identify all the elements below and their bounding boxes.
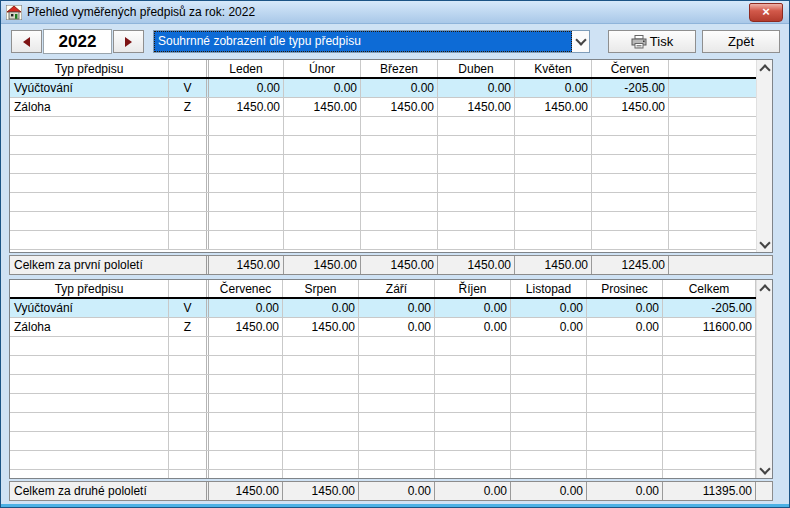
- cell-value: [434, 451, 510, 469]
- cell-type: [10, 136, 168, 154]
- cell-value: [514, 136, 591, 154]
- next-year-button[interactable]: [113, 30, 144, 53]
- cell-value: 1450.00: [514, 98, 591, 116]
- cell-value: [434, 470, 510, 478]
- chevron-up-icon: [759, 64, 770, 75]
- cell-filler: [668, 98, 756, 116]
- back-button[interactable]: Zpět: [702, 30, 780, 53]
- cell-value: [591, 136, 668, 154]
- cell-code: [168, 451, 206, 469]
- scroll-up-button[interactable]: [757, 280, 772, 296]
- cell-code: Z: [168, 98, 206, 116]
- cell-value: 0.00: [510, 299, 586, 317]
- cell-value: [358, 394, 434, 412]
- column-header-month: Leden: [206, 60, 283, 77]
- table-row[interactable]: [10, 231, 756, 250]
- column-header-type: Typ předpisu: [10, 60, 168, 77]
- cell-value: [514, 193, 591, 211]
- cell-value: [360, 174, 437, 192]
- column-header-month: Říjen: [434, 280, 510, 297]
- cell-type: [10, 117, 168, 135]
- table-row[interactable]: ZálohaZ1450.001450.000.000.000.000.00116…: [10, 318, 756, 337]
- table-header-row: Typ předpisuLedenÚnorBřezenDubenKvětenČe…: [10, 60, 756, 79]
- cell-value: [358, 470, 434, 478]
- cell-code: [168, 356, 206, 374]
- year-display: 2022: [43, 29, 112, 54]
- table-row[interactable]: [10, 394, 756, 413]
- cell-value: [283, 174, 360, 192]
- footer-value: 1245.00: [591, 256, 668, 274]
- cell-value: [437, 155, 514, 173]
- cell-value: [283, 212, 360, 230]
- cell-value: [358, 375, 434, 393]
- dropdown-arrow-button[interactable]: [572, 31, 589, 52]
- first-half-grid: Typ předpisuLedenÚnorBřezenDubenKvětenČe…: [10, 60, 756, 252]
- scroll-down-button[interactable]: [757, 462, 772, 478]
- cell-value: -205.00: [591, 79, 668, 97]
- table-row[interactable]: VyúčtováníV0.000.000.000.000.000.00-205.…: [10, 299, 756, 318]
- column-header-month: Červen: [591, 60, 668, 77]
- cell-value: [437, 117, 514, 135]
- scroll-down-button[interactable]: [757, 236, 772, 252]
- cell-type: [10, 212, 168, 230]
- cell-code: [168, 136, 206, 154]
- table-row[interactable]: [10, 155, 756, 174]
- cell-code: [168, 470, 206, 478]
- cell-filler: [668, 212, 756, 230]
- table-row[interactable]: [10, 432, 756, 451]
- cell-value: [206, 375, 282, 393]
- cell-value: [586, 394, 662, 412]
- cell-value: [358, 413, 434, 431]
- cell-value: [283, 155, 360, 173]
- table-row[interactable]: [10, 451, 756, 470]
- footer-value: 1450.00: [206, 256, 283, 274]
- cell-value: [358, 337, 434, 355]
- close-button[interactable]: ×: [749, 3, 783, 22]
- table-row[interactable]: VyúčtováníV0.000.000.000.000.00-205.00: [10, 79, 756, 98]
- table-row[interactable]: [10, 470, 756, 478]
- view-type-dropdown[interactable]: Souhrnné zobrazení dle typu předpisu: [153, 30, 590, 53]
- cell-value: [360, 155, 437, 173]
- cell-value: [358, 451, 434, 469]
- footer-label: Celkem za první pololetí: [10, 256, 206, 274]
- cell-value: [514, 155, 591, 173]
- cell-value: [591, 117, 668, 135]
- cell-filler: [668, 193, 756, 211]
- table-row[interactable]: [10, 174, 756, 193]
- cell-code: Z: [168, 318, 206, 336]
- table-row[interactable]: [10, 212, 756, 231]
- table-row[interactable]: [10, 337, 756, 356]
- cell-code: [168, 375, 206, 393]
- cell-filler: [668, 155, 756, 173]
- print-button[interactable]: Tisk: [608, 30, 696, 53]
- cell-value: 1450.00: [360, 98, 437, 116]
- table-row[interactable]: [10, 193, 756, 212]
- cell-value: [510, 451, 586, 469]
- cell-value: [662, 356, 755, 374]
- column-header-month: Srpen: [282, 280, 358, 297]
- cell-value: 1450.00: [206, 98, 283, 116]
- table-row[interactable]: [10, 375, 756, 394]
- table-row[interactable]: [10, 413, 756, 432]
- app-window: Přehled vyměřených předpisů za rok: 2022…: [0, 0, 790, 508]
- table-row[interactable]: [10, 356, 756, 375]
- cell-type: [10, 375, 168, 393]
- chevron-down-icon: [575, 34, 586, 45]
- vertical-scrollbar[interactable]: [756, 60, 772, 252]
- table-row[interactable]: [10, 136, 756, 155]
- footer-value: 1450.00: [283, 256, 360, 274]
- cell-value: [662, 451, 755, 469]
- cell-value: [662, 394, 755, 412]
- vertical-scrollbar[interactable]: [756, 280, 772, 478]
- previous-year-button[interactable]: [11, 30, 42, 53]
- scroll-up-button[interactable]: [757, 60, 772, 76]
- cell-value: [206, 231, 283, 249]
- cell-value: 1450.00: [282, 318, 358, 336]
- cell-value: 0.00: [283, 79, 360, 97]
- cell-value: [437, 174, 514, 192]
- cell-type: Záloha: [10, 318, 168, 336]
- footer-value: 0.00: [586, 482, 662, 500]
- table-row[interactable]: ZálohaZ1450.001450.001450.001450.001450.…: [10, 98, 756, 117]
- cell-value: [434, 375, 510, 393]
- table-row[interactable]: [10, 117, 756, 136]
